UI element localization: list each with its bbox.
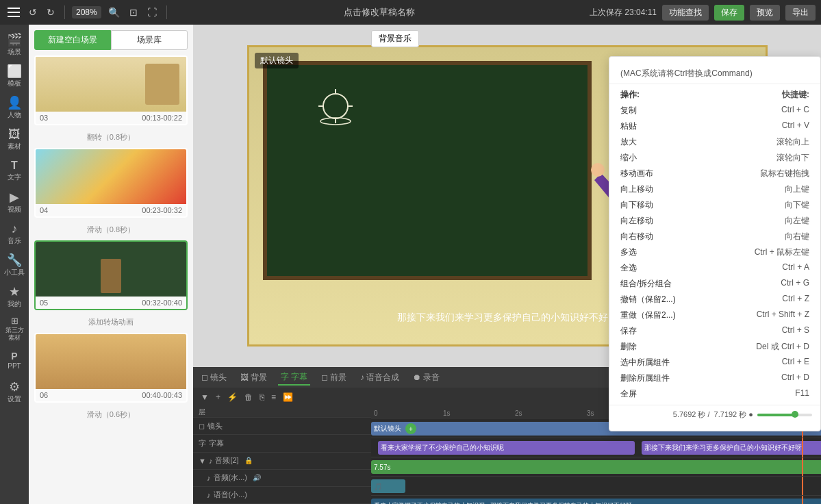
time-slider[interactable] — [757, 414, 812, 416]
svg-point-0 — [323, 94, 348, 118]
audio1-clip[interactable]: 🎵 — [371, 479, 405, 493]
scene-03-info: 03 00:13-00:22 — [36, 112, 186, 124]
sidebar-item-character[interactable]: 👤 人物 — [1, 93, 27, 123]
shortcut-label: 快捷键: — [782, 89, 809, 101]
sidebar-ppt-label: PPT — [8, 362, 21, 370]
scene-item-04[interactable]: 04 00:23-00:32 — [34, 148, 188, 218]
board-drawing — [308, 86, 363, 127]
sidebar-item-ppt[interactable]: P PPT — [1, 346, 27, 376]
third-icon: ⊞ — [11, 316, 18, 325]
func-check-button[interactable]: 功能查找 — [662, 5, 709, 21]
sidebar-item-video[interactable]: ▶ 视频 — [1, 188, 27, 218]
audio-expand-icon[interactable]: ▼ — [199, 457, 206, 465]
transition-03-label[interactable]: 翻转（0.8秒） — [34, 129, 188, 144]
tab-record[interactable]: ⏺ 录音 — [410, 370, 442, 385]
tl-split-btn[interactable]: ⚡ — [225, 391, 240, 403]
subtitle-clip-1[interactable]: 看来大家学握了不少保护自己的小知识呢 — [378, 441, 635, 455]
sidebar-third-label: 第三方素材 — [3, 327, 26, 342]
scene-04-thumb — [36, 149, 186, 204]
sidebar-item-settings[interactable]: ⚙ 设置 — [1, 377, 27, 407]
template-icon: ⬜ — [7, 65, 22, 77]
settings-icon: ⚙ — [9, 381, 20, 393]
tl-delete-btn[interactable]: 🗑 — [242, 391, 255, 403]
tl-add-btn[interactable]: + — [214, 391, 223, 403]
scene-item-05[interactable]: 05 00:32-00:40 — [34, 240, 188, 310]
sidebar-item-template[interactable]: ⬜ 模板 — [1, 62, 27, 92]
divider-1 — [64, 5, 65, 19]
tl-filter-btn[interactable]: ▼ — [199, 391, 211, 403]
subtitle-track-label: 字幕 — [209, 438, 224, 449]
tab-subtitle[interactable]: 字 字幕 — [278, 370, 310, 386]
save-button[interactable]: 保存 — [714, 5, 744, 21]
draft-title[interactable]: 点击修改草稿名称 — [174, 6, 585, 18]
time-display-row: 5.7692 秒 / 7.7192 秒 ● — [609, 405, 820, 424]
tab-camera[interactable]: ◻ 镜头 — [199, 370, 229, 385]
subtitle-tab-icon: 字 — [281, 371, 289, 383]
new-blank-scene-button[interactable]: 新建空白场景 — [34, 30, 111, 50]
time-handle[interactable] — [792, 411, 798, 418]
sidebar-item-scene[interactable]: 🎬 场景 — [1, 30, 27, 60]
video-icon: ▶ — [10, 191, 19, 203]
svg-point-11 — [591, 163, 605, 177]
sidebar-item-material[interactable]: 🖼 素材 — [1, 125, 27, 155]
voice-clip[interactable]: 看来大家学握了不少保护自己的小知识呢...那接下来我们来学习更多保护自己的小知识… — [371, 499, 821, 504]
scene-library-button[interactable]: 场景库 — [111, 30, 188, 50]
transition-05-label[interactable]: 添加转场动画 — [34, 314, 188, 329]
scene-item-06[interactable]: 06 00:40-00:43 — [34, 333, 188, 403]
sc-paste: 粘贴Ctrl + V — [609, 118, 820, 134]
tab-foreground[interactable]: ◻ 前景 — [318, 370, 349, 385]
tl-copy-btn[interactable]: ⎘ — [257, 391, 266, 403]
ruler-1s: 1s — [443, 410, 451, 417]
scene-item-03[interactable]: 03 00:13-00:22 — [34, 55, 188, 125]
fullscreen-button[interactable]: ⛶ — [144, 5, 160, 19]
audio1-icon: ♪ — [207, 474, 211, 482]
sidebar-item-mine[interactable]: ★ 我的 — [1, 282, 27, 312]
timeline-labels: 层 ◻ 镜头 字 字幕 ▼ ♪ 音频[2] 🔒 — [193, 407, 371, 504]
sidebar-music-label: 音乐 — [8, 236, 21, 246]
tl-speed2-btn[interactable]: ⏩ — [281, 391, 295, 403]
audio-track-icon: ♪ — [209, 457, 213, 465]
sc-multiselect: 多选Ctrl + 鼠标左键 — [609, 244, 820, 260]
scene-list: 03 00:13-00:22 翻转（0.8秒） 04 00:23-00:32 滑… — [29, 50, 193, 504]
fit-screen-button[interactable]: ⊡ — [127, 5, 140, 19]
last-save-time: 上次保存 23:04:11 — [590, 7, 657, 18]
zoom-level[interactable]: 208% — [72, 6, 101, 18]
undo-button[interactable]: ↺ — [26, 5, 40, 19]
time-total: 7.7192 秒 ● — [714, 410, 753, 420]
subtitle-clip-2[interactable]: 那接下来我们来学习更多保护自己的小知识好不好呀 — [642, 441, 821, 455]
sidebar-item-third[interactable]: ⊞ 第三方素材 — [1, 314, 27, 344]
main-area: 🎬 场景 ⬜ 模板 👤 人物 🖼 素材 T 文字 ▶ 视频 ♪ 音乐 🔧 — [0, 25, 821, 504]
audio-clip[interactable]: 7.57s — [371, 460, 821, 474]
scene-06-id: 06 — [40, 391, 48, 399]
camera-add-icon[interactable]: + — [405, 423, 416, 434]
sidebar-item-text[interactable]: T 文字 — [1, 156, 27, 186]
scene-06-thumb — [36, 334, 186, 389]
transition-06-label[interactable]: 滑动（0.6秒） — [34, 407, 188, 421]
canvas-wrapper[interactable]: 背景音乐 默认镜头 — [193, 25, 821, 367]
sidebar-material-label: 素材 — [8, 142, 21, 151]
scene-06-time: 00:40-00:43 — [142, 391, 182, 399]
audio1-label: 音频(水...) — [214, 473, 248, 483]
sidebar-video-label: 视频 — [8, 205, 21, 214]
tl-align-btn[interactable]: ≡ — [269, 391, 278, 403]
tab-background[interactable]: 🖼 背景 — [238, 370, 270, 385]
menu-icon[interactable] — [5, 4, 22, 21]
sidebar-item-music[interactable]: ♪ 音乐 — [1, 219, 27, 249]
bg-tab-label: 背景 — [251, 372, 267, 383]
zoom-out-button[interactable]: 🔍 — [105, 5, 123, 19]
export-button[interactable]: 导出 — [785, 5, 816, 21]
tab-voice[interactable]: ♪ 语音合成 — [357, 370, 402, 385]
music-icon: ♪ — [12, 223, 18, 235]
scene-icon: 🎬 — [7, 34, 22, 46]
subtitle-tab-label: 字幕 — [291, 371, 307, 383]
shortcut-popup: (MAC系统请将Ctrl替换成Command) 操作: 快捷键: 复制Ctrl … — [609, 56, 821, 431]
sc-zoomin: 放大滚轮向上 — [609, 134, 820, 150]
transition-04-label[interactable]: 滑动（0.8秒） — [34, 222, 188, 236]
character-icon: 👤 — [7, 97, 22, 109]
sc-select-component: 选中所属组件Ctrl + E — [609, 355, 820, 370]
track-subtitle-label-row: 字 字幕 — [193, 435, 371, 452]
redo-button[interactable]: ↻ — [44, 5, 58, 19]
preview-button[interactable]: 预览 — [750, 5, 780, 21]
sidebar-item-tool[interactable]: 🔧 小工具 — [1, 251, 27, 281]
bg-music-button[interactable]: 背景音乐 — [371, 30, 419, 47]
